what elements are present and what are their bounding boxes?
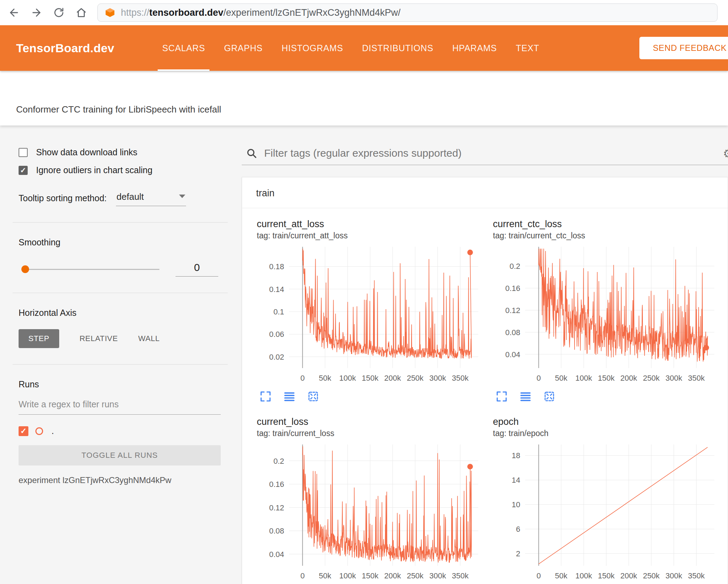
- axis-option-step[interactable]: STEP: [19, 329, 59, 348]
- x-tick-label: 300k: [429, 374, 446, 382]
- chart-tag-subtitle: tag: train/current_att_loss: [257, 231, 487, 240]
- x-tick-label: 300k: [665, 374, 682, 382]
- tab-text[interactable]: TEXT: [506, 25, 549, 71]
- y-tick-label: 0.14: [269, 285, 284, 294]
- run-checkbox[interactable]: ✓: [19, 426, 28, 436]
- tensorboard-screen: https://tensorboard.dev/experiment/lzGnE…: [0, 0, 728, 584]
- experiment-id-label: experiment lzGnETjwRxC3yghNMd4kPw: [19, 475, 221, 485]
- chart-plot[interactable]: 0.040.080.120.160.2050k100k150k200k250k3…: [493, 245, 717, 384]
- series-line: [539, 249, 708, 361]
- send-feedback-button[interactable]: SEND FEEDBACK: [639, 37, 728, 59]
- chart-title: current_ctc_loss: [493, 219, 723, 230]
- axis-option-wall[interactable]: WALL: [138, 334, 160, 343]
- fit-domain-icon[interactable]: [543, 391, 555, 402]
- home-icon[interactable]: [75, 6, 88, 19]
- x-tick-label: 150k: [362, 374, 379, 382]
- content: Show data download links ✓ Ignore outlie…: [0, 125, 728, 584]
- x-tick-label: 350k: [688, 571, 705, 580]
- run-color-circle[interactable]: [35, 427, 43, 435]
- train-section-card: train current_att_losstag: train/current…: [242, 177, 728, 584]
- series-line: [303, 249, 472, 359]
- y-tick-label: 0.08: [269, 527, 284, 535]
- tab-graphs[interactable]: GRAPHS: [214, 25, 272, 71]
- horizontal-axis-heading: Horizontal Axis: [19, 308, 221, 318]
- x-tick-label: 100k: [575, 571, 592, 580]
- tooltip-sorting-label: Tooltip sorting method:: [19, 193, 107, 206]
- y-tick-label: 0.04: [269, 550, 284, 559]
- chart-plot[interactable]: 26101418050k100k150k200k250k300k350k: [493, 442, 717, 582]
- section-title[interactable]: train: [242, 177, 728, 208]
- ignore-outliers-row[interactable]: ✓ Ignore outliers in chart scaling: [19, 165, 221, 175]
- x-tick-label: 100k: [339, 374, 356, 382]
- slider-thumb[interactable]: [21, 265, 29, 273]
- x-tick-label: 250k: [407, 374, 424, 382]
- main-panel: ⚙ train current_att_losstag: train/curre…: [235, 125, 728, 584]
- smoothing-value-field[interactable]: 0: [176, 262, 218, 277]
- url-text: https://tensorboard.dev/experiment/lzGnE…: [121, 7, 400, 18]
- runs-filter-input[interactable]: [19, 399, 221, 415]
- tag-filter-input[interactable]: [264, 147, 714, 159]
- smoothing-slider-row: 0: [19, 262, 221, 277]
- tab-histograms[interactable]: HISTOGRAMS: [272, 25, 353, 71]
- show-download-links-row[interactable]: Show data download links: [19, 147, 221, 157]
- chart-toolbar: [496, 391, 723, 402]
- y-tick-label: 0.12: [505, 306, 520, 315]
- show-download-links-label: Show data download links: [36, 147, 137, 157]
- y-tick-label: 6: [516, 525, 520, 534]
- url-domain: tensorboard.dev: [149, 7, 224, 18]
- tab-hparams[interactable]: HPARAMS: [443, 25, 506, 71]
- fit-domain-icon[interactable]: [307, 391, 319, 402]
- expand-icon[interactable]: [260, 391, 272, 402]
- browser-chrome: https://tensorboard.dev/experiment/lzGnE…: [0, 0, 728, 25]
- url-path: /experiment/lzGnETjwRxC3yghNMd4kPw/: [224, 7, 401, 18]
- x-tick-label: 200k: [384, 571, 401, 580]
- series-line: [539, 447, 708, 564]
- divider: [13, 222, 228, 223]
- forward-icon[interactable]: [30, 6, 43, 19]
- horizontal-lines-icon[interactable]: [283, 391, 295, 402]
- chart-card: current_losstag: train/current_loss0.040…: [257, 416, 487, 584]
- browser-nav-icons: [8, 6, 88, 19]
- y-tick-label: 10: [512, 500, 520, 509]
- settings-sidebar: Show data download links ✓ Ignore outlie…: [0, 125, 235, 584]
- chart-tag-subtitle: tag: train/current_ctc_loss: [493, 231, 723, 240]
- gear-icon[interactable]: ⚙: [723, 147, 728, 161]
- run-row: ✓ .: [19, 426, 221, 436]
- x-tick-label: 200k: [620, 374, 638, 382]
- ignore-outliers-checkbox[interactable]: ✓: [19, 166, 28, 175]
- y-tick-label: 0.18: [269, 262, 284, 271]
- horizontal-lines-icon[interactable]: [520, 391, 531, 402]
- ignore-outliers-label: Ignore outliers in chart scaling: [36, 165, 152, 175]
- x-tick-label: 350k: [452, 374, 469, 382]
- y-tick-label: 0.2: [273, 457, 284, 466]
- chart-plot[interactable]: 0.020.060.10.140.18050k100k150k200k250k3…: [257, 245, 481, 384]
- slider-track: [23, 269, 159, 270]
- series-end-dot: [467, 464, 473, 469]
- tab-distributions[interactable]: DISTRIBUTIONS: [352, 25, 442, 71]
- smoothing-slider[interactable]: [23, 265, 159, 273]
- chevron-down-icon: [179, 195, 185, 198]
- x-tick-label: 0: [300, 374, 304, 382]
- back-icon[interactable]: [8, 6, 20, 19]
- x-tick-label: 300k: [665, 571, 682, 580]
- tab-scalars[interactable]: SCALARS: [153, 25, 214, 71]
- y-tick-label: 0.04: [505, 350, 520, 359]
- y-tick-label: 14: [512, 476, 520, 484]
- charts-grid: current_att_losstag: train/current_att_l…: [242, 208, 728, 584]
- runs-heading: Runs: [19, 379, 221, 389]
- tooltip-sorting-row: Tooltip sorting method: default: [19, 191, 221, 206]
- toggle-all-runs-button[interactable]: TOGGLE ALL RUNS: [19, 445, 221, 466]
- show-download-links-checkbox[interactable]: [19, 148, 28, 157]
- y-tick-label: 18: [512, 451, 520, 460]
- y-tick-label: 0.1: [273, 307, 284, 316]
- url-prefix: https://: [121, 7, 149, 18]
- tensorboard-logo[interactable]: TensorBoard.dev: [16, 41, 114, 55]
- chart-plot[interactable]: 0.040.080.120.160.2050k100k150k200k250k3…: [257, 442, 481, 582]
- tooltip-sorting-select[interactable]: default: [116, 191, 186, 206]
- expand-icon[interactable]: [496, 391, 508, 402]
- x-tick-label: 0: [536, 571, 541, 580]
- smoothing-heading: Smoothing: [19, 237, 221, 247]
- address-bar[interactable]: https://tensorboard.dev/experiment/lzGnE…: [97, 4, 717, 22]
- axis-option-relative[interactable]: RELATIVE: [80, 334, 118, 343]
- reload-icon[interactable]: [53, 6, 65, 19]
